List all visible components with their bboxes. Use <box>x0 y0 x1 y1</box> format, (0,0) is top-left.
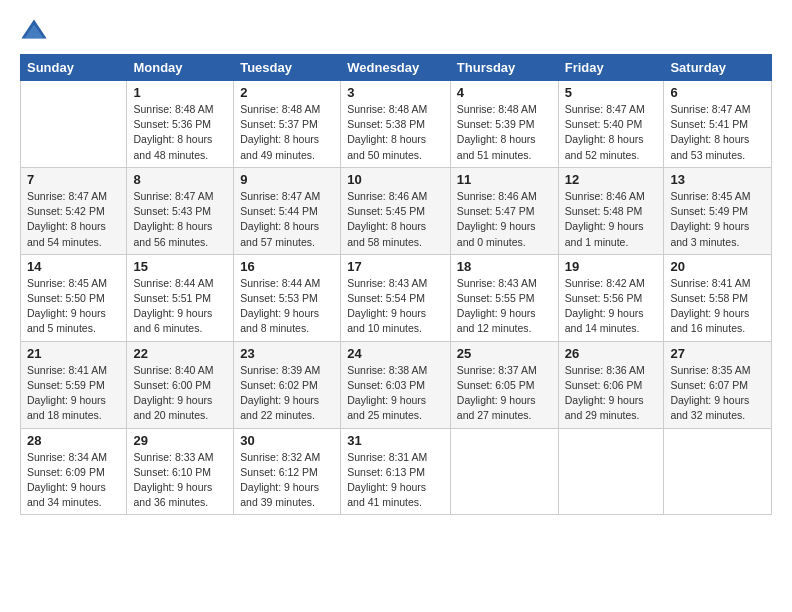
calendar-cell <box>450 428 558 515</box>
weekday-header: Saturday <box>664 55 772 81</box>
day-number: 18 <box>457 259 552 274</box>
calendar-cell: 24Sunrise: 8:38 AMSunset: 6:03 PMDayligh… <box>341 341 451 428</box>
calendar-cell: 22Sunrise: 8:40 AMSunset: 6:00 PMDayligh… <box>127 341 234 428</box>
calendar-cell: 31Sunrise: 8:31 AMSunset: 6:13 PMDayligh… <box>341 428 451 515</box>
weekday-header: Monday <box>127 55 234 81</box>
calendar-cell: 5Sunrise: 8:47 AMSunset: 5:40 PMDaylight… <box>558 81 664 168</box>
day-number: 26 <box>565 346 658 361</box>
day-info: Sunrise: 8:33 AMSunset: 6:10 PMDaylight:… <box>133 450 227 511</box>
calendar-week-row: 21Sunrise: 8:41 AMSunset: 5:59 PMDayligh… <box>21 341 772 428</box>
calendar-week-row: 28Sunrise: 8:34 AMSunset: 6:09 PMDayligh… <box>21 428 772 515</box>
day-number: 21 <box>27 346 120 361</box>
day-number: 29 <box>133 433 227 448</box>
weekday-header: Tuesday <box>234 55 341 81</box>
day-number: 27 <box>670 346 765 361</box>
calendar-cell: 18Sunrise: 8:43 AMSunset: 5:55 PMDayligh… <box>450 254 558 341</box>
calendar-cell: 3Sunrise: 8:48 AMSunset: 5:38 PMDaylight… <box>341 81 451 168</box>
day-info: Sunrise: 8:47 AMSunset: 5:40 PMDaylight:… <box>565 102 658 163</box>
day-number: 24 <box>347 346 444 361</box>
day-info: Sunrise: 8:44 AMSunset: 5:51 PMDaylight:… <box>133 276 227 337</box>
day-number: 20 <box>670 259 765 274</box>
day-info: Sunrise: 8:40 AMSunset: 6:00 PMDaylight:… <box>133 363 227 424</box>
calendar-cell: 15Sunrise: 8:44 AMSunset: 5:51 PMDayligh… <box>127 254 234 341</box>
day-number: 30 <box>240 433 334 448</box>
calendar-cell: 26Sunrise: 8:36 AMSunset: 6:06 PMDayligh… <box>558 341 664 428</box>
day-info: Sunrise: 8:45 AMSunset: 5:50 PMDaylight:… <box>27 276 120 337</box>
day-number: 4 <box>457 85 552 100</box>
calendar-cell <box>664 428 772 515</box>
day-number: 7 <box>27 172 120 187</box>
calendar-cell: 16Sunrise: 8:44 AMSunset: 5:53 PMDayligh… <box>234 254 341 341</box>
calendar-week-row: 7Sunrise: 8:47 AMSunset: 5:42 PMDaylight… <box>21 167 772 254</box>
day-number: 2 <box>240 85 334 100</box>
calendar-week-row: 14Sunrise: 8:45 AMSunset: 5:50 PMDayligh… <box>21 254 772 341</box>
calendar-cell: 28Sunrise: 8:34 AMSunset: 6:09 PMDayligh… <box>21 428 127 515</box>
weekday-header: Friday <box>558 55 664 81</box>
day-number: 8 <box>133 172 227 187</box>
calendar-cell: 8Sunrise: 8:47 AMSunset: 5:43 PMDaylight… <box>127 167 234 254</box>
day-number: 17 <box>347 259 444 274</box>
day-info: Sunrise: 8:39 AMSunset: 6:02 PMDaylight:… <box>240 363 334 424</box>
day-info: Sunrise: 8:47 AMSunset: 5:42 PMDaylight:… <box>27 189 120 250</box>
calendar-cell <box>21 81 127 168</box>
day-number: 19 <box>565 259 658 274</box>
day-number: 16 <box>240 259 334 274</box>
day-info: Sunrise: 8:37 AMSunset: 6:05 PMDaylight:… <box>457 363 552 424</box>
calendar-week-row: 1Sunrise: 8:48 AMSunset: 5:36 PMDaylight… <box>21 81 772 168</box>
day-info: Sunrise: 8:46 AMSunset: 5:45 PMDaylight:… <box>347 189 444 250</box>
calendar-cell: 25Sunrise: 8:37 AMSunset: 6:05 PMDayligh… <box>450 341 558 428</box>
calendar-cell: 11Sunrise: 8:46 AMSunset: 5:47 PMDayligh… <box>450 167 558 254</box>
day-info: Sunrise: 8:43 AMSunset: 5:55 PMDaylight:… <box>457 276 552 337</box>
day-info: Sunrise: 8:47 AMSunset: 5:44 PMDaylight:… <box>240 189 334 250</box>
day-info: Sunrise: 8:47 AMSunset: 5:43 PMDaylight:… <box>133 189 227 250</box>
day-number: 23 <box>240 346 334 361</box>
day-number: 22 <box>133 346 227 361</box>
day-info: Sunrise: 8:45 AMSunset: 5:49 PMDaylight:… <box>670 189 765 250</box>
day-number: 13 <box>670 172 765 187</box>
day-info: Sunrise: 8:32 AMSunset: 6:12 PMDaylight:… <box>240 450 334 511</box>
page: SundayMondayTuesdayWednesdayThursdayFrid… <box>0 0 792 612</box>
calendar-cell: 17Sunrise: 8:43 AMSunset: 5:54 PMDayligh… <box>341 254 451 341</box>
day-info: Sunrise: 8:48 AMSunset: 5:38 PMDaylight:… <box>347 102 444 163</box>
day-number: 1 <box>133 85 227 100</box>
day-number: 15 <box>133 259 227 274</box>
logo <box>20 16 50 44</box>
day-number: 12 <box>565 172 658 187</box>
calendar-cell: 13Sunrise: 8:45 AMSunset: 5:49 PMDayligh… <box>664 167 772 254</box>
calendar-cell: 4Sunrise: 8:48 AMSunset: 5:39 PMDaylight… <box>450 81 558 168</box>
day-number: 5 <box>565 85 658 100</box>
logo-icon <box>20 16 48 44</box>
day-info: Sunrise: 8:46 AMSunset: 5:48 PMDaylight:… <box>565 189 658 250</box>
calendar-cell: 23Sunrise: 8:39 AMSunset: 6:02 PMDayligh… <box>234 341 341 428</box>
day-number: 3 <box>347 85 444 100</box>
calendar-cell: 12Sunrise: 8:46 AMSunset: 5:48 PMDayligh… <box>558 167 664 254</box>
day-info: Sunrise: 8:48 AMSunset: 5:37 PMDaylight:… <box>240 102 334 163</box>
calendar-cell: 10Sunrise: 8:46 AMSunset: 5:45 PMDayligh… <box>341 167 451 254</box>
day-info: Sunrise: 8:41 AMSunset: 5:58 PMDaylight:… <box>670 276 765 337</box>
calendar-cell: 27Sunrise: 8:35 AMSunset: 6:07 PMDayligh… <box>664 341 772 428</box>
day-info: Sunrise: 8:46 AMSunset: 5:47 PMDaylight:… <box>457 189 552 250</box>
calendar-cell: 9Sunrise: 8:47 AMSunset: 5:44 PMDaylight… <box>234 167 341 254</box>
day-number: 9 <box>240 172 334 187</box>
day-info: Sunrise: 8:42 AMSunset: 5:56 PMDaylight:… <box>565 276 658 337</box>
day-info: Sunrise: 8:48 AMSunset: 5:36 PMDaylight:… <box>133 102 227 163</box>
day-info: Sunrise: 8:31 AMSunset: 6:13 PMDaylight:… <box>347 450 444 511</box>
day-info: Sunrise: 8:36 AMSunset: 6:06 PMDaylight:… <box>565 363 658 424</box>
day-info: Sunrise: 8:43 AMSunset: 5:54 PMDaylight:… <box>347 276 444 337</box>
day-number: 25 <box>457 346 552 361</box>
calendar-cell: 1Sunrise: 8:48 AMSunset: 5:36 PMDaylight… <box>127 81 234 168</box>
day-info: Sunrise: 8:35 AMSunset: 6:07 PMDaylight:… <box>670 363 765 424</box>
day-info: Sunrise: 8:34 AMSunset: 6:09 PMDaylight:… <box>27 450 120 511</box>
day-number: 6 <box>670 85 765 100</box>
day-number: 28 <box>27 433 120 448</box>
calendar-cell: 29Sunrise: 8:33 AMSunset: 6:10 PMDayligh… <box>127 428 234 515</box>
day-info: Sunrise: 8:48 AMSunset: 5:39 PMDaylight:… <box>457 102 552 163</box>
calendar-cell: 30Sunrise: 8:32 AMSunset: 6:12 PMDayligh… <box>234 428 341 515</box>
calendar-cell: 21Sunrise: 8:41 AMSunset: 5:59 PMDayligh… <box>21 341 127 428</box>
calendar-cell: 2Sunrise: 8:48 AMSunset: 5:37 PMDaylight… <box>234 81 341 168</box>
day-info: Sunrise: 8:41 AMSunset: 5:59 PMDaylight:… <box>27 363 120 424</box>
day-info: Sunrise: 8:44 AMSunset: 5:53 PMDaylight:… <box>240 276 334 337</box>
header <box>20 16 772 44</box>
day-number: 31 <box>347 433 444 448</box>
weekday-header: Sunday <box>21 55 127 81</box>
